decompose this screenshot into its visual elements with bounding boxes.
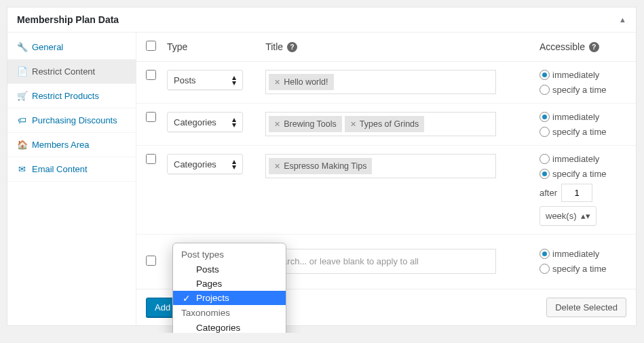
col-title: Title [265,41,283,52]
table-row: Categories ▴▾ ✕ Brewing Tools [136,104,636,146]
type-select-value: Categories [174,159,216,169]
tag-label: Espresso Making Tips [284,161,366,171]
radio-label: specify a time [552,169,606,179]
radio-specify-time[interactable] [539,127,550,137]
tag-remove-icon[interactable]: ✕ [350,120,356,129]
type-select[interactable]: Categories ▴▾ [167,112,243,132]
sidebar-tabs: 🔧 General 📄 Restrict Content 🛒 Restrict … [7,33,136,325]
type-select[interactable]: Categories ▴▾ [167,154,243,174]
title-tag-input[interactable]: ✕ Espresso Making Tips [265,154,496,178]
row-checkbox[interactable] [146,256,156,266]
panel-header: Membership Plan Data ▲ [7,7,636,33]
type-select-value: Posts [174,75,196,85]
after-unit-select[interactable]: week(s) ▴▾ [539,206,596,226]
document-icon: 📄 [17,67,26,76]
radio-label: specify a time [552,85,606,95]
type-dropdown-popover: Post types Posts Pages Projects Taxonomi… [172,243,286,333]
select-all-checkbox[interactable] [146,41,156,51]
tag-remove-icon[interactable]: ✕ [274,120,280,129]
sidebar-item-restrict-products[interactable]: 🛒 Restrict Products [7,84,136,108]
radio-immediately[interactable] [539,70,550,80]
help-icon[interactable]: ? [287,42,297,52]
tag-label: Hello world! [284,77,328,87]
table-row: Posts ▴▾ ✕ Hello world! [136,62,636,104]
caret-icon: ▴▾ [581,211,590,221]
row-checkbox[interactable] [146,112,156,122]
rules-content: Type Title ? Accessible ? [136,33,636,325]
tag-icon: 🏷 [17,116,26,125]
tag-label: Types of Grinds [360,119,419,129]
mail-icon: ✉ [17,165,26,174]
sidebar-item-label: Purchasing Discounts [32,115,117,125]
radio-label: immediately [552,249,599,259]
col-type: Type [162,33,260,62]
dropdown-option-pages[interactable]: Pages [173,277,286,291]
tag-remove-icon[interactable]: ✕ [274,162,280,171]
tag-label: Brewing Tools [284,119,337,129]
radio-immediately[interactable] [539,154,550,164]
type-select-value: Categories [174,117,216,127]
cart-icon: 🛒 [17,92,26,100]
tag: ✕ Espresso Making Tips [269,158,372,174]
radio-immediately[interactable] [539,112,550,122]
radio-specify-time[interactable] [539,264,550,274]
radio-label: immediately [552,70,599,80]
title-tag-input[interactable]: ✕ Hello world! [265,70,496,94]
sidebar-item-label: Members Area [32,140,90,150]
radio-specify-time[interactable] [539,85,550,95]
type-select[interactable]: Posts ▴▾ [167,70,243,90]
sidebar-item-general[interactable]: 🔧 General [7,35,136,60]
sidebar-item-members-area[interactable]: 🏠 Members Area [7,133,136,157]
dropdown-option-posts[interactable]: Posts [173,262,286,277]
wrench-icon: 🔧 [17,43,26,52]
tag: ✕ Types of Grinds [345,116,425,132]
col-accessible: Accessible [539,41,585,52]
tag-placeholder: Search... or leave blank to apply to all [269,252,421,270]
tag: ✕ Hello world! [269,74,333,90]
title-tag-input[interactable]: Search... or leave blank to apply to all [265,249,496,274]
sidebar-item-label: Restrict Content [32,66,95,77]
caret-icon: ▴▾ [232,159,236,169]
tag-remove-icon[interactable]: ✕ [274,78,280,87]
sidebar-item-label: Email Content [32,164,88,174]
dropdown-group-label: Taxonomies [173,305,286,321]
delete-selected-button[interactable]: Delete Selected [546,298,626,317]
sidebar-item-purchasing-discounts[interactable]: 🏷 Purchasing Discounts [7,108,136,133]
membership-plan-panel: Membership Plan Data ▲ 🔧 General 📄 Restr… [7,7,637,326]
radio-label: immediately [552,112,599,122]
radio-label: immediately [552,154,599,164]
radio-specify-time[interactable] [539,169,550,179]
home-icon: 🏠 [17,140,26,149]
collapse-icon[interactable]: ▲ [619,16,626,24]
panel-title: Membership Plan Data [17,14,119,25]
row-checkbox[interactable] [146,70,156,80]
dropdown-option-projects[interactable]: Projects [173,291,286,305]
radio-label: specify a time [552,127,606,137]
sidebar-item-label: Restrict Products [32,91,99,101]
after-value-input[interactable] [561,184,592,202]
radio-label: specify a time [552,264,606,274]
row-checkbox[interactable] [146,154,156,164]
sidebar-item-restrict-content[interactable]: 📄 Restrict Content [7,60,136,84]
unit-select-value: week(s) [546,211,577,221]
help-icon[interactable]: ? [589,42,599,52]
after-label: after [539,188,557,198]
caret-icon: ▴▾ [232,75,236,85]
title-tag-input[interactable]: ✕ Brewing Tools ✕ Types of Grinds [265,112,496,136]
dropdown-group-label: Post types [173,247,286,262]
tag: ✕ Brewing Tools [269,116,342,132]
radio-immediately[interactable] [539,249,550,259]
dropdown-option-categories[interactable]: Categories [173,321,286,333]
sidebar-item-email-content[interactable]: ✉ Email Content [7,157,136,182]
caret-icon: ▴▾ [232,117,236,127]
sidebar-item-label: General [32,42,63,52]
table-row: Categories ▴▾ ✕ Espresso Making Tips [136,146,636,235]
